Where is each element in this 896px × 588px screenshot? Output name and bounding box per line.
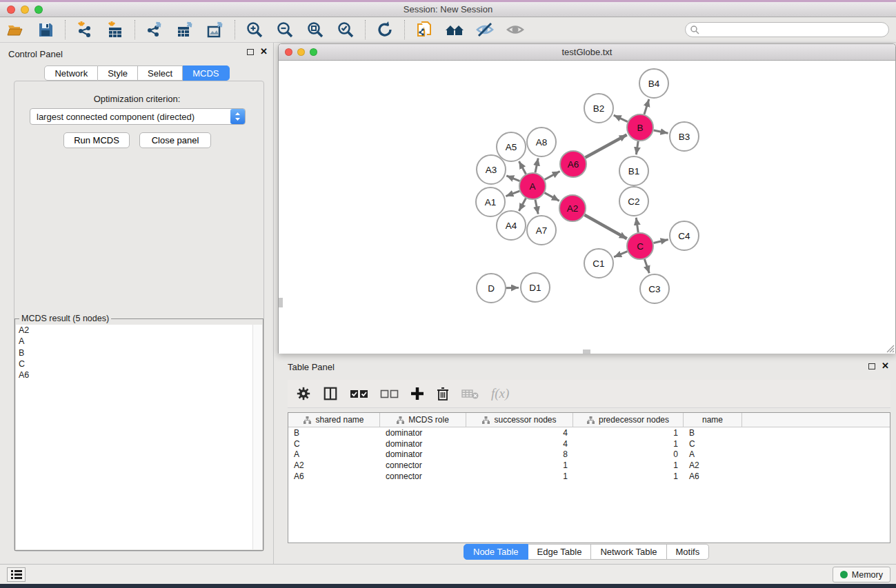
select-all-columns-icon[interactable] bbox=[350, 389, 368, 398]
import-table-icon[interactable] bbox=[105, 20, 126, 39]
delete-table-icon[interactable] bbox=[461, 388, 479, 399]
edge-B-B2[interactable] bbox=[614, 115, 628, 121]
table-cell[interactable]: 8 bbox=[466, 449, 573, 459]
float-panel-icon[interactable] bbox=[247, 49, 254, 55]
horizontal-scroll-thumb[interactable] bbox=[583, 349, 590, 354]
network-window-titlebar[interactable]: testGlobe.txt bbox=[279, 44, 895, 61]
table-cell[interactable]: 1 bbox=[573, 439, 684, 449]
edge-A6-B[interactable] bbox=[586, 135, 627, 158]
import-network-icon[interactable] bbox=[74, 20, 95, 39]
column-header-name[interactable]: name bbox=[684, 413, 742, 427]
table-row[interactable]: A6connector11A6 bbox=[288, 471, 890, 482]
table-options-gear-icon[interactable] bbox=[296, 386, 311, 401]
export-image-icon[interactable] bbox=[205, 20, 226, 39]
table-row[interactable]: A2connector11A2 bbox=[288, 460, 890, 471]
table-cell[interactable]: A6 bbox=[288, 472, 380, 481]
edge-A-A3[interactable] bbox=[506, 176, 519, 181]
edge-A-A4[interactable] bbox=[519, 199, 526, 211]
tab-select[interactable]: Select bbox=[138, 65, 183, 81]
export-network-icon[interactable] bbox=[144, 20, 165, 39]
table-cell[interactable]: 0 bbox=[573, 449, 684, 459]
float-table-panel-icon[interactable] bbox=[868, 363, 875, 369]
edge-A-A7[interactable] bbox=[535, 200, 538, 214]
network-canvas[interactable]: B4B2BB3A8A5A6A3B1AC2A1A2A4A7C4CC1C3DD1 bbox=[279, 61, 895, 354]
table-cell[interactable]: B bbox=[684, 428, 742, 438]
close-panel-icon[interactable]: ✕ bbox=[260, 48, 268, 55]
table-cell[interactable]: A6 bbox=[684, 472, 742, 481]
column-header-MCDS-role[interactable]: MCDS role bbox=[380, 413, 466, 427]
window-resize-grip[interactable] bbox=[886, 344, 895, 353]
criterion-dropdown[interactable]: largest connected component (directed) bbox=[30, 108, 246, 125]
table-cell[interactable]: B bbox=[288, 428, 380, 438]
result-list-item[interactable]: B bbox=[16, 347, 252, 358]
zoom-fit-icon[interactable] bbox=[305, 20, 326, 39]
result-list-item[interactable]: A bbox=[16, 336, 252, 347]
table-cell[interactable]: A bbox=[684, 449, 742, 459]
edge-A-A8[interactable] bbox=[535, 159, 538, 173]
table-cell[interactable]: dominator bbox=[380, 428, 466, 438]
edge-A-A5[interactable] bbox=[519, 161, 526, 174]
table-cell[interactable]: 1 bbox=[573, 428, 684, 438]
tab-style[interactable]: Style bbox=[98, 65, 138, 81]
tab-node-table[interactable]: Node Table bbox=[464, 544, 528, 560]
tab-network-table[interactable]: Network Table bbox=[591, 544, 666, 560]
tab-mcds[interactable]: MCDS bbox=[183, 65, 229, 81]
apply-function-icon[interactable]: f(x) bbox=[491, 386, 509, 401]
edge-C-C4[interactable] bbox=[653, 239, 668, 243]
column-header-predecessor-nodes[interactable]: predecessor nodes bbox=[573, 413, 684, 427]
home-first-neighbors-icon[interactable] bbox=[444, 20, 465, 39]
table-cell[interactable]: connector bbox=[380, 460, 466, 470]
zoom-in-icon[interactable] bbox=[244, 20, 265, 39]
result-list-item[interactable]: C bbox=[16, 358, 252, 369]
export-table-icon[interactable] bbox=[175, 20, 195, 39]
memory-button[interactable]: Memory bbox=[833, 567, 890, 582]
show-all-eye-icon[interactable] bbox=[505, 20, 526, 39]
run-mcds-button[interactable]: Run MCDS bbox=[63, 132, 130, 148]
edge-C-C2[interactable] bbox=[636, 218, 638, 232]
result-list-item[interactable]: A6 bbox=[16, 369, 252, 381]
zoom-selected-icon[interactable] bbox=[335, 20, 356, 39]
table-cell[interactable]: 4 bbox=[466, 428, 573, 438]
result-list-scrollbar[interactable] bbox=[252, 325, 262, 549]
tab-edge-table[interactable]: Edge Table bbox=[528, 544, 592, 560]
edge-A-A2[interactable] bbox=[545, 193, 559, 201]
table-cell[interactable]: C bbox=[288, 439, 380, 449]
table-cell[interactable]: A2 bbox=[288, 460, 380, 470]
edge-C-C1[interactable] bbox=[614, 252, 627, 257]
duplicate-network-icon[interactable] bbox=[414, 20, 435, 39]
table-cell[interactable]: 1 bbox=[573, 460, 684, 470]
table-cell[interactable]: A bbox=[288, 449, 380, 459]
zoom-out-icon[interactable] bbox=[275, 20, 295, 39]
table-cell[interactable]: 1 bbox=[573, 472, 684, 481]
table-cell[interactable]: connector bbox=[380, 472, 466, 481]
show-column-icon[interactable] bbox=[323, 386, 338, 401]
table-cell[interactable]: 4 bbox=[466, 439, 573, 449]
result-list-item[interactable]: A2 bbox=[16, 325, 252, 336]
table-cell[interactable]: C bbox=[684, 439, 742, 449]
edge-A-A1[interactable] bbox=[506, 191, 519, 196]
table-row[interactable]: Cdominator41C bbox=[288, 438, 890, 449]
table-cell[interactable]: dominator bbox=[380, 439, 466, 449]
edge-C-C3[interactable] bbox=[644, 259, 649, 273]
deselect-all-columns-icon[interactable] bbox=[380, 389, 399, 398]
edge-A-A6[interactable] bbox=[545, 171, 560, 179]
table-cell[interactable]: A2 bbox=[684, 460, 742, 470]
edge-B-B4[interactable] bbox=[644, 99, 649, 114]
close-table-panel-icon[interactable]: ✕ bbox=[882, 363, 889, 369]
table-row[interactable]: Adominator80A bbox=[288, 449, 890, 460]
hide-selected-icon[interactable] bbox=[475, 20, 495, 39]
edge-B-B3[interactable] bbox=[654, 130, 668, 133]
table-cell[interactable]: dominator bbox=[380, 449, 466, 459]
mcds-result-list[interactable]: A2ABCA6 bbox=[16, 325, 252, 549]
delete-column-trash-icon[interactable] bbox=[436, 386, 450, 401]
close-panel-button[interactable]: Close panel bbox=[139, 132, 211, 148]
table-cell[interactable]: 1 bbox=[466, 460, 573, 470]
search-input[interactable] bbox=[685, 22, 889, 37]
vertical-scroll-thumb[interactable] bbox=[279, 298, 283, 307]
table-cell[interactable]: 1 bbox=[466, 472, 573, 481]
table-row[interactable]: Bdominator41B bbox=[288, 427, 890, 438]
open-session-icon[interactable] bbox=[5, 20, 26, 39]
column-header-shared-name[interactable]: shared name bbox=[288, 413, 380, 427]
task-history-button[interactable] bbox=[7, 567, 26, 582]
edge-A2-C[interactable] bbox=[584, 215, 626, 239]
